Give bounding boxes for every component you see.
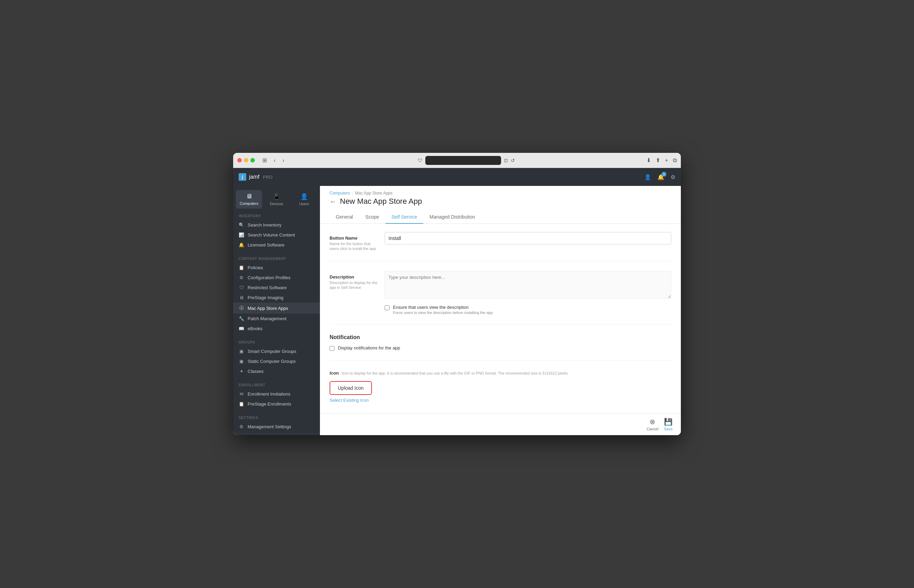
sidebar-nav-computers[interactable]: 🖥 Computers [236,190,262,208]
content-management-section: CONTENT MANAGEMENT 📋 Policies ⚙ Configur… [233,251,320,335]
sidebar-item-management-settings[interactable]: ⚙ Management Settings [233,422,320,432]
address-bar[interactable] [425,156,501,165]
back-nav-button[interactable]: ‹ [272,157,278,164]
sidebar-item-mac-app-store-apps[interactable]: Ⓐ Mac App Store Apps [233,303,320,313]
notification-icon[interactable]: 🔔 1 [657,174,664,180]
button-name-input[interactable] [385,232,671,244]
user-icon[interactable]: 👤 [644,174,651,180]
ebooks-icon: 📖 [239,326,244,331]
smart-groups-label: Smart Computer Groups [248,349,296,354]
minimize-button[interactable] [244,158,248,163]
settings-section: SETTINGS ⚙ Management Settings [233,410,320,433]
reader-icon: ⊡ [504,158,508,163]
sidebar-item-restricted-software[interactable]: 🛡 Restricted Software [233,283,320,292]
notification-section: Notification Display notifications for t… [330,334,671,361]
address-bar-area: 🛡 ⊡ ↺ [289,156,644,165]
groups-section-title: GROUPS [233,341,320,346]
sidebar-nav-users[interactable]: 👤 Users [291,190,317,208]
sidebar-item-smart-computer-groups[interactable]: ▣ Smart Computer Groups [233,346,320,356]
sidebar-item-config-profiles[interactable]: ⚙ Configuration Profiles [233,273,320,283]
content-footer: ⊗ Cancel 💾 Save [320,413,681,435]
button-name-control [385,232,671,244]
upload-icon-button[interactable]: Upload Icon [330,381,372,395]
tab-self-service[interactable]: Self Service [385,211,424,224]
sidebar-item-search-inventory[interactable]: 🔍 Search Inventory [233,220,320,230]
jamf-pro-label: PRO [263,174,272,180]
header-right: 👤 🔔 1 ⚙ [644,174,675,180]
patch-management-icon: 🔧 [239,316,244,321]
settings-icon[interactable]: ⚙ [671,174,675,180]
mac-app-store-icon: Ⓐ [239,305,244,311]
icon-actions: Upload Icon Select Existing Icon [330,381,671,403]
notification-section-title: Notification [330,334,671,341]
refresh-icon[interactable]: ↺ [511,158,515,163]
description-control [385,271,671,300]
tab-scope[interactable]: Scope [359,211,385,224]
restricted-software-icon: 🛡 [239,285,244,290]
sidebar-nav-devices[interactable]: 📱 Devices [264,190,290,208]
tab-managed-distribution[interactable]: Managed Distribution [423,211,481,224]
button-name-hint: Name for the button that users click to … [330,241,378,251]
description-field: Description Description to display for t… [330,271,671,300]
save-label: Save [664,427,673,431]
description-section: Description Description to display for t… [330,271,671,325]
sidebar-item-policies[interactable]: 📋 Policies [233,263,320,273]
enrollment-invitations-label: Enrollment Invitations [248,391,290,397]
button-name-label: Button Name [330,236,378,241]
description-label: Description [330,275,378,279]
ebooks-label: eBooks [248,326,262,331]
config-profiles-label: Configuration Profiles [248,275,290,280]
button-name-section: Button Name Name for the button that use… [330,232,671,261]
tab-general[interactable]: General [330,211,359,224]
users-icon: 👤 [300,193,308,200]
sidebar-item-prestage-enrollments[interactable]: 📋 PreStage Enrollments [233,399,320,409]
devices-icon: 📱 [273,193,280,200]
mac-app-store-label: Mac App Store Apps [248,306,288,311]
back-button[interactable]: ← [330,198,336,205]
breadcrumb-current: Mac App Store Apps [355,191,393,195]
button-name-label-col: Button Name Name for the button that use… [330,232,378,251]
search-inventory-icon: 🔍 [239,222,244,228]
maximize-button[interactable] [251,158,255,163]
download-icon[interactable]: ⬇ [646,157,651,163]
management-settings-icon: ⚙ [239,424,244,429]
close-button[interactable] [237,158,242,163]
tab-overview-icon[interactable]: ⧉ [673,157,677,163]
sidebar-item-ebooks[interactable]: 📖 eBooks [233,324,320,334]
sidebar-item-patch-management[interactable]: 🔧 Patch Management [233,313,320,324]
description-textarea[interactable] [385,271,671,299]
save-button[interactable]: 💾 Save [664,418,673,431]
ensure-description-row: Ensure that users view the description F… [385,305,671,315]
sidebar-toggle[interactable]: ⊞ [260,156,269,164]
restricted-software-label: Restricted Software [248,285,286,290]
ensure-description-main: Ensure that users view the description [393,305,493,310]
title-bar-right: ⬇ ⬆ + ⧉ [646,157,677,163]
ensure-description-label-block: Ensure that users view the description F… [393,305,493,315]
new-tab-icon[interactable]: + [665,157,668,163]
ensure-description-checkbox[interactable] [385,305,390,310]
prestage-enrollments-label: PreStage Enrollments [248,401,291,407]
sidebar-item-prestage-imaging[interactable]: 🖥 PreStage Imaging [233,292,320,303]
search-inventory-label: Search Inventory [248,222,281,228]
policies-label: Policies [248,265,263,270]
sidebar-item-search-volume[interactable]: 📊 Search Volume Content [233,230,320,240]
select-existing-link[interactable]: Select Existing Icon [330,397,369,403]
static-groups-icon: ▣ [239,359,244,364]
forward-nav-button[interactable]: › [280,157,286,164]
cancel-label: Cancel [647,427,658,431]
licensed-software-icon: 🔔 [239,242,244,247]
sidebar-item-licensed-software[interactable]: 🔔 Licensed Software [233,240,320,250]
title-bar: ⊞ ‹ › 🛡 ⊡ ↺ ⬇ ⬆ + ⧉ [233,153,681,168]
notification-badge: 1 [662,172,666,177]
share-icon[interactable]: ⬆ [656,157,660,163]
settings-section-title: SETTINGS [233,416,320,422]
save-icon: 💾 [664,418,673,426]
sidebar-item-classes[interactable]: ✦ Classes [233,366,320,376]
sidebar-item-enrollment-invitations[interactable]: ✉ Enrollment Invitations [233,389,320,399]
breadcrumb-parent[interactable]: Computers [330,191,350,195]
sidebar-item-static-computer-groups[interactable]: ▣ Static Computer Groups [233,356,320,366]
static-groups-label: Static Computer Groups [248,359,296,364]
notification-checkbox[interactable] [330,346,335,351]
users-tab-label: Users [299,202,309,206]
cancel-button[interactable]: ⊗ Cancel [647,418,658,431]
